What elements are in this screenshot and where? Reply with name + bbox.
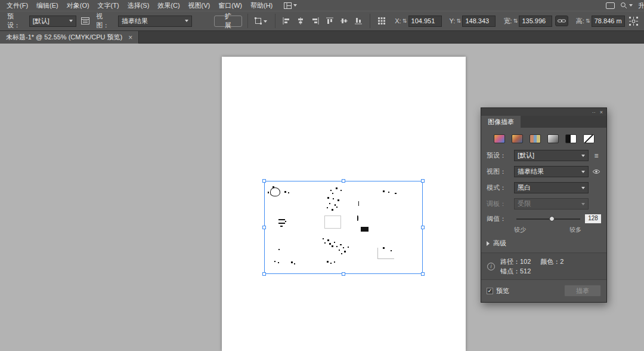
clipped-menu-text: 升 <box>638 1 644 10</box>
illustrator-window: 文件(F) 编辑(E) 对象(O) 文字(T) 选择(S) 效果(C) 视图(V… <box>0 0 644 351</box>
panel-collapse-icon[interactable]: ·· <box>592 109 596 115</box>
align-right-icon[interactable] <box>309 15 321 27</box>
selection-handle-se[interactable] <box>421 272 425 276</box>
trace-preset-auto-color-icon[interactable] <box>494 134 505 143</box>
chevron-down-icon <box>629 4 633 7</box>
view-label: 视图： <box>96 12 115 30</box>
canvas-area[interactable]: ·· × 图像描摹 预设： <box>0 44 644 351</box>
menu-help[interactable]: 帮助(H) <box>246 0 277 11</box>
align-center-vertical-icon[interactable] <box>339 15 350 27</box>
threshold-slider-knob[interactable] <box>549 216 555 221</box>
threshold-max-label: 较多 <box>569 226 581 234</box>
selection-handle-e[interactable] <box>421 226 425 229</box>
expand-button[interactable]: 扩展 <box>214 16 242 27</box>
align-top-icon[interactable] <box>324 15 335 27</box>
selection-handle-ne[interactable] <box>421 179 425 183</box>
preview-label: 预览 <box>496 287 509 295</box>
advanced-toggle[interactable]: 高级 <box>487 239 601 248</box>
width-stepper[interactable]: ⇅ <box>513 18 518 24</box>
disclosure-triangle-icon <box>487 241 490 246</box>
selection-handle-sw[interactable] <box>262 272 266 276</box>
trace-preset-high-color-icon[interactable] <box>512 134 523 143</box>
threshold-value-input[interactable]: 128 <box>585 214 601 223</box>
preview-checkbox-group[interactable]: ✓ 预览 <box>487 287 509 295</box>
preset-menu-icon[interactable]: ≡ <box>591 152 601 160</box>
panel-preset-row: 预设： [默认] ≡ <box>487 150 601 161</box>
panel-palette-row: 调板： 受限 <box>487 198 601 210</box>
bounding-box-options-icon[interactable] <box>253 15 270 27</box>
selection-handle-n[interactable] <box>342 179 345 183</box>
menu-object[interactable]: 对象(O) <box>63 0 94 11</box>
distribute-grid-icon[interactable] <box>376 15 387 27</box>
control-bar: 预设： [默认] 视图： 描摹结果 扩展 <box>0 11 644 31</box>
y-input[interactable]: 148.343 <box>462 16 496 27</box>
menu-select[interactable]: 选择(S) <box>123 0 154 11</box>
chevron-down-icon <box>185 20 188 22</box>
align-center-horizontal-icon[interactable] <box>295 15 306 27</box>
panel-tab-image-trace[interactable]: 图像描摹 <box>481 116 521 128</box>
height-label: 高: <box>576 17 584 26</box>
panel-view-dropdown[interactable]: 描摹结果 <box>514 166 589 177</box>
panel-preset-label: 预设： <box>487 151 512 160</box>
anchors-label: 锚点： <box>500 267 520 275</box>
traced-artwork <box>265 181 422 273</box>
y-stepper[interactable]: ⇅ <box>456 18 461 24</box>
menu-view[interactable]: 视图(V) <box>184 0 215 11</box>
x-stepper[interactable]: ⇅ <box>402 18 407 24</box>
advanced-label: 高级 <box>493 239 506 248</box>
colors-value: 2 <box>560 258 564 265</box>
panel-view-row: 视图： 描摹结果 <box>487 166 601 177</box>
constrain-proportions-toggle[interactable] <box>555 16 568 26</box>
panel-mode-dropdown[interactable]: 黑白 <box>514 182 589 193</box>
gpu-performance-icon[interactable] <box>606 2 615 9</box>
chevron-down-icon <box>581 155 585 157</box>
preset-dropdown[interactable]: [默认] <box>29 16 76 27</box>
trace-preset-black-white-icon[interactable] <box>565 134 577 143</box>
height-input[interactable]: 78.846 m <box>592 16 625 27</box>
search-control[interactable] <box>620 2 633 9</box>
menu-effect[interactable]: 效果(C) <box>153 0 184 11</box>
view-dropdown[interactable]: 描摹结果 <box>118 16 192 27</box>
menu-window[interactable]: 窗口(W) <box>214 0 246 11</box>
threshold-label: 阈值： <box>487 214 512 223</box>
trace-preset-low-color-icon[interactable] <box>530 134 541 143</box>
panel-preset-dropdown[interactable]: [默认] <box>514 150 589 161</box>
selection-handle-s[interactable] <box>342 272 345 276</box>
trace-info-section: i 路径：102颜色：2 锚点：512 <box>481 253 606 280</box>
panel-palette-label: 调板： <box>487 199 512 208</box>
tab-close-icon[interactable]: × <box>128 33 132 42</box>
preset-value: [默认] <box>33 17 49 26</box>
eye-icon[interactable] <box>591 169 601 174</box>
threshold-slider[interactable] <box>516 218 580 220</box>
menu-edit[interactable]: 编辑(E) <box>32 0 63 11</box>
panel-palette-dropdown: 受限 <box>514 198 589 210</box>
threshold-minmax-labels: 较少 较多 <box>481 226 606 234</box>
selection-handle-nw[interactable] <box>262 179 266 183</box>
panel-title-bar[interactable]: ·· × <box>481 108 606 116</box>
menu-file[interactable]: 文件(F) <box>2 0 32 11</box>
transform-options-icon[interactable] <box>628 15 639 27</box>
chevron-down-icon <box>293 4 297 7</box>
panel-title: 图像描摹 <box>488 118 514 127</box>
panel-preset-value: [默认] <box>518 151 534 160</box>
width-input[interactable]: 135.996 <box>519 16 552 27</box>
menu-type[interactable]: 文字(T) <box>94 0 123 11</box>
height-stepper[interactable]: ⇅ <box>586 18 590 24</box>
selected-traced-object[interactable] <box>264 181 423 274</box>
preset-panel-icon[interactable] <box>79 15 91 27</box>
align-bottom-icon[interactable] <box>353 15 364 27</box>
panel-close-icon[interactable]: × <box>600 109 603 115</box>
x-input[interactable]: 104.951 <box>408 16 442 27</box>
trace-preset-grayscale-icon[interactable] <box>547 134 559 143</box>
workspace-switcher[interactable] <box>284 2 297 9</box>
document-tab[interactable]: 未标题-1* @ 52.55% (CMYK/CPU 预览) × <box>0 31 139 44</box>
trace-button[interactable]: 描摹 <box>564 285 601 297</box>
trace-preset-outline-icon[interactable] <box>583 134 595 143</box>
selection-handle-w[interactable] <box>262 226 266 229</box>
image-trace-panel: ·· × 图像描摹 预设： <box>481 107 607 303</box>
preview-checkbox[interactable]: ✓ <box>487 288 493 294</box>
panel-mode-row: 模式： 黑白 <box>487 182 601 193</box>
workspace-icon <box>284 2 292 9</box>
align-left-icon[interactable] <box>281 15 292 27</box>
chevron-down-icon <box>581 187 585 189</box>
